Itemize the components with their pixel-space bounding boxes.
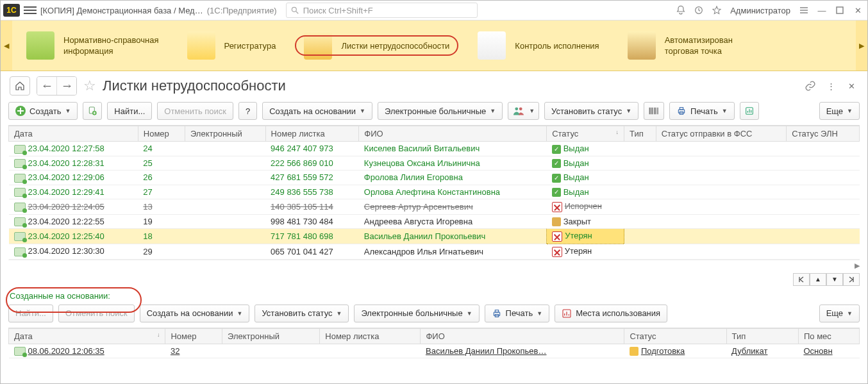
sub-find-button[interactable]: Найти... (8, 305, 53, 322)
logo-1c: 1С (3, 4, 20, 17)
sub-panel-title: Созданные на основании: (1, 286, 867, 302)
close-button[interactable]: ✕ (851, 3, 865, 17)
cancel-search-button[interactable]: Отменить поиск (157, 102, 233, 120)
sections-scroll-left[interactable]: ◀ (1, 21, 12, 71)
plus-icon (15, 106, 26, 116)
link-icon[interactable] (803, 79, 817, 93)
barcode-button[interactable] (644, 102, 664, 120)
column-header[interactable]: ФИО (421, 328, 624, 344)
page-header: 🡐 🡒 ☆ Листки нетрудоспособности ⋮ ✕ (1, 71, 867, 99)
column-header[interactable]: Номер (138, 126, 185, 142)
minimize-button[interactable]: — (815, 3, 829, 17)
document-icon (14, 217, 26, 226)
home-button[interactable] (10, 76, 30, 96)
column-header[interactable]: По мес (798, 328, 859, 344)
section-label: Нормативно-справочнаяинформация (63, 35, 159, 56)
sub-create-based-button[interactable]: Создать на основании▼ (140, 305, 250, 322)
window-subtitle: (1С:Предприятие) (207, 6, 277, 15)
bell-icon[interactable] (674, 3, 688, 17)
create-copy-button[interactable] (83, 102, 102, 120)
sub-eln-button[interactable]: Электронные больничные▼ (354, 305, 479, 322)
nav-first[interactable] (793, 273, 810, 286)
sections-scroll-right[interactable]: ▶ (856, 21, 867, 71)
section-ctrl[interactable]: Контроль исполнения (463, 31, 613, 60)
eln-button[interactable]: Электронные больничные▼ (378, 102, 503, 120)
nav-back-forward: 🡐 🡒 (37, 76, 77, 96)
h-scrollbar[interactable]: ▶ (8, 260, 860, 272)
column-header[interactable]: Тип (726, 328, 798, 344)
table-row[interactable]: 23.04.2020 12:30:3029065 701 041 427Алек… (9, 244, 860, 259)
status-icon (630, 347, 638, 356)
column-header[interactable]: Статус отправки в ФСС (656, 126, 787, 142)
favorite-star-icon[interactable]: ☆ (83, 78, 96, 94)
table-row[interactable]: 23.04.2020 12:28:3125222 566 869 010Кузн… (9, 156, 860, 171)
column-header[interactable]: Номер листка (320, 328, 421, 344)
copy-plus-icon (87, 106, 97, 116)
document-icon (14, 145, 26, 154)
section-icon (478, 31, 506, 60)
create-button[interactable]: Создать▼ (8, 102, 78, 120)
table-row[interactable]: 23.04.2020 12:25:4018717 781 480 698Васи… (9, 229, 860, 244)
section-sheets[interactable]: Листки нетрудоспособности (290, 31, 463, 60)
main-menu-button[interactable] (24, 4, 37, 17)
column-header[interactable]: Тип (624, 126, 656, 142)
svg-point-7 (519, 107, 522, 110)
sub-cancel-button[interactable]: Отменить поиск (58, 305, 135, 322)
column-header[interactable]: Статус ЭЛН (787, 126, 860, 142)
people-button[interactable]: ▼ (508, 102, 539, 120)
section-books[interactable]: Нормативно-справочнаяинформация (12, 31, 173, 60)
section-label: Автоматизированторговая точка (665, 35, 733, 56)
global-search-input[interactable]: Поиск Ctrl+Shift+F (286, 3, 478, 18)
sub-table-wrap: Дата↓НомерЭлектронныйНомер листкаФИОСтат… (8, 328, 860, 359)
help-button[interactable]: ? (238, 102, 257, 120)
table-row[interactable]: 23.04.2020 12:24:0513140 385 105 114Серг… (9, 199, 860, 215)
section-reg[interactable]: Регистратура (173, 31, 290, 60)
report-button[interactable] (740, 102, 759, 120)
history-icon[interactable] (692, 3, 706, 17)
status-icon (552, 174, 561, 183)
table-row[interactable]: 08.06.2020 12:06:3532Васильев Даниил Про… (9, 344, 860, 358)
set-status-button[interactable]: Установить статус▼ (544, 102, 638, 120)
star-icon[interactable] (710, 3, 724, 17)
table-row[interactable]: 23.04.2020 12:27:5824946 247 407 973Кисе… (9, 142, 860, 156)
settings-lines-icon[interactable] (797, 3, 811, 17)
table-row[interactable]: 23.04.2020 12:22:5519998 481 730 484Андр… (9, 214, 860, 229)
sub-table[interactable]: Дата↓НомерЭлектронныйНомер листкаФИОСтат… (8, 328, 860, 359)
column-header[interactable]: Статус↓ (547, 126, 624, 142)
column-header[interactable]: ФИО (359, 126, 547, 142)
create-based-button[interactable]: Создать на основании▼ (262, 102, 372, 120)
sub-more-button[interactable]: Еще▼ (819, 305, 860, 322)
sub-usage-button[interactable]: Места использования (555, 305, 667, 322)
section-atm[interactable]: Автоматизированторговая точка (613, 31, 747, 60)
svg-point-0 (292, 7, 296, 12)
status-icon (552, 202, 562, 212)
print-button[interactable]: Печать▼ (669, 102, 735, 120)
svg-rect-9 (680, 108, 683, 110)
page-menu-icon[interactable]: ⋮ (824, 79, 838, 93)
column-header[interactable]: Номер листка (265, 126, 359, 142)
current-user[interactable]: Администратор (728, 6, 793, 15)
table-row[interactable]: 23.04.2020 12:29:0626427 681 559 572Фрол… (9, 171, 860, 185)
nav-last[interactable] (843, 273, 860, 286)
column-header[interactable]: Электронный (185, 126, 265, 142)
column-header[interactable]: Номер (165, 328, 222, 344)
sub-set-status-button[interactable]: Установить статус▼ (255, 305, 349, 322)
nav-forward-button[interactable]: 🡒 (57, 77, 76, 95)
svg-rect-8 (678, 110, 684, 113)
column-header[interactable]: Статус (624, 328, 726, 344)
table-row[interactable]: 23.04.2020 12:29:4127249 836 555 738Орло… (9, 185, 860, 199)
maximize-button[interactable] (833, 3, 847, 17)
nav-back-button[interactable]: 🡐 (37, 77, 57, 95)
column-header[interactable]: Дата (9, 126, 138, 142)
nav-down[interactable]: ▼ (826, 273, 843, 286)
more-button[interactable]: Еще▼ (819, 102, 860, 120)
nav-up[interactable]: ▲ (810, 273, 826, 286)
column-header[interactable]: Дата↓ (9, 328, 165, 344)
find-button[interactable]: Найти... (107, 102, 152, 120)
svg-rect-3 (837, 7, 843, 13)
page-close-icon[interactable]: ✕ (844, 79, 858, 93)
section-label: Контроль исполнения (515, 40, 599, 51)
main-table[interactable]: ДатаНомерЭлектронныйНомер листкаФИОСтату… (8, 126, 860, 260)
sub-print-button[interactable]: Печать▼ (485, 305, 550, 322)
column-header[interactable]: Электронный (222, 328, 320, 344)
